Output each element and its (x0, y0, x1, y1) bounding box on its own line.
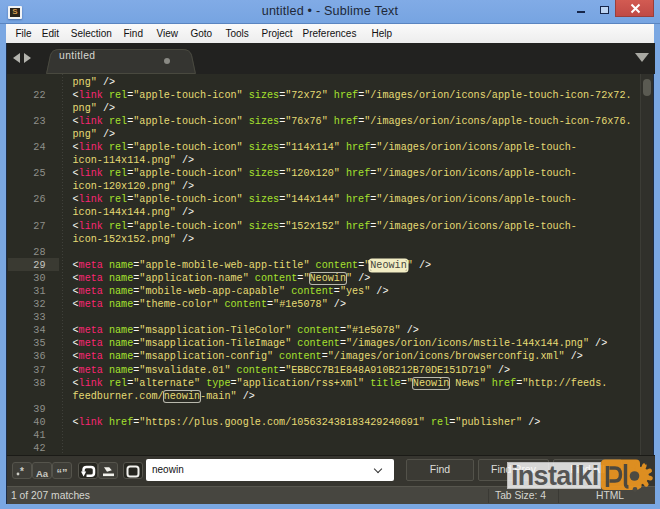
svg-text:*: * (20, 466, 24, 477)
